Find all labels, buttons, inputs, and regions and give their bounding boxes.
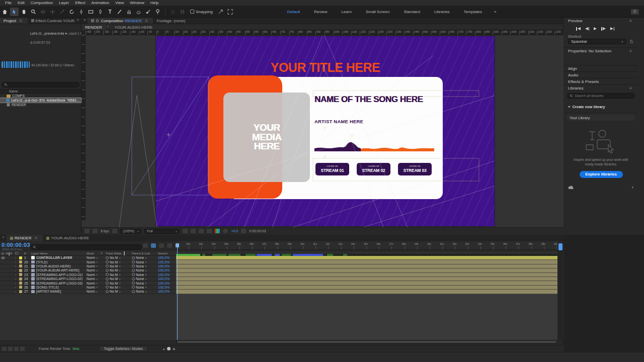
- panel-menu-icon[interactable]: ≡: [627, 49, 634, 53]
- layer-bars-area[interactable]: [176, 256, 557, 294]
- draft-3d-icon[interactable]: [151, 243, 156, 248]
- workspace-tab-review[interactable]: Review: [307, 10, 334, 14]
- work-area-end-handle[interactable]: [558, 243, 562, 250]
- layer-expander-icon[interactable]: ›: [15, 286, 19, 289]
- roto-brush-tool-icon[interactable]: [144, 8, 152, 16]
- layer-parent-dropdown[interactable]: None∨: [132, 260, 158, 263]
- column-t[interactable]: T: [101, 252, 106, 255]
- layer-stretch-value[interactable]: 100,0%: [158, 268, 175, 272]
- exposure-value[interactable]: +0.0: [231, 229, 238, 233]
- layer-name[interactable]: [SONG-TITLE]: [36, 286, 87, 289]
- flowchart-icon[interactable]: [85, 229, 90, 233]
- draft3d-icon[interactable]: [93, 229, 98, 233]
- project-item-composition[interactable]: RENDER: [0, 103, 81, 107]
- timeline-horizontal-scrollbar[interactable]: [176, 340, 557, 344]
- pen-tool-icon[interactable]: [96, 8, 105, 16]
- frame-blending-icon[interactable]: [159, 243, 164, 248]
- selection-tool-icon[interactable]: [10, 8, 19, 16]
- sync-cloud-icon[interactable]: [568, 186, 574, 190]
- layer-parent-dropdown[interactable]: None∨: [132, 277, 158, 281]
- next-frame-button[interactable]: [601, 27, 606, 31]
- scroll-thumb[interactable]: [177, 341, 556, 343]
- timeline-tab-render[interactable]: RENDER ≡: [7, 235, 43, 241]
- layer-name[interactable]: CONTROLLER LAYER: [36, 256, 87, 259]
- layer-stretch-value[interactable]: 100,0%: [158, 290, 175, 293]
- layer-mode-dropdown[interactable]: Norm∨: [87, 264, 101, 268]
- zoom-tool-icon[interactable]: [29, 8, 38, 16]
- layer-eye-icon[interactable]: [1, 256, 5, 259]
- tab-footage[interactable]: Footage: (none): [153, 18, 189, 24]
- expand-layers-icon[interactable]: [2, 347, 7, 351]
- layer-track-matte-dropdown[interactable]: No M∨: [106, 256, 124, 259]
- composition-viewer[interactable]: -400-350-300-250-200-150-100-50050100150…: [82, 30, 564, 227]
- layer-label-swatch[interactable]: [19, 282, 22, 285]
- layer-label-swatch[interactable]: [19, 278, 22, 281]
- library-selector[interactable]: Your Library: [567, 115, 635, 121]
- layer-mode-dropdown[interactable]: Norm∨: [87, 273, 101, 277]
- zoom-in-icon[interactable]: ▲: [172, 346, 176, 351]
- layer-name[interactable]: [TITLE]: [36, 260, 87, 263]
- layer-expander-icon[interactable]: ›: [15, 273, 19, 277]
- hand-tool-icon[interactable]: [20, 8, 28, 16]
- resolution-dropdown[interactable]: Full∨: [144, 229, 180, 234]
- layer-label-swatch[interactable]: [19, 260, 22, 263]
- properties-panel-header[interactable]: Properties: No Selection≡: [564, 47, 638, 54]
- layer-parent-dropdown[interactable]: None∨: [132, 290, 158, 293]
- layer-duration-bar[interactable]: [176, 264, 557, 268]
- layer-track-matte-dropdown[interactable]: No M∨: [106, 290, 124, 293]
- column-stretch[interactable]: Stretch: [158, 252, 175, 255]
- brush-tool-icon[interactable]: [115, 8, 124, 16]
- layer-parent-dropdown[interactable]: None∨: [132, 286, 158, 289]
- panel-header-align[interactable]: Align: [564, 65, 638, 71]
- panel-menu-icon[interactable]: ≡: [18, 19, 24, 23]
- first-frame-button[interactable]: [576, 27, 581, 31]
- menu-window[interactable]: Window: [127, 1, 147, 5]
- layer-duration-bar[interactable]: [176, 273, 557, 277]
- layer-parent-dropdown[interactable]: None∨: [132, 281, 158, 285]
- layer-name[interactable]: [YOUR-ALBUM-ART-HERE]: [36, 268, 87, 272]
- layer-name[interactable]: [YOUR-AUDIO-HERE]: [36, 264, 87, 268]
- layer-duration-bar[interactable]: [176, 260, 557, 264]
- menu-help[interactable]: Help: [147, 1, 162, 5]
- snapping-checkbox[interactable]: [190, 10, 194, 14]
- channels-icon[interactable]: [215, 229, 220, 233]
- layer-expander-icon[interactable]: ›: [15, 281, 19, 285]
- close-icon[interactable]: ×: [0, 235, 7, 241]
- menu-animation[interactable]: Animation: [88, 1, 112, 5]
- previous-frame-button[interactable]: [585, 27, 590, 31]
- frame-blend-icon[interactable]: [14, 347, 19, 351]
- layer-stretch-value[interactable]: 100,0%: [158, 256, 175, 259]
- layer-mode-dropdown[interactable]: Norm∨: [87, 286, 101, 289]
- libraries-search-input[interactable]: Search all libraries: [567, 93, 635, 99]
- layer-parent-dropdown[interactable]: None∨: [132, 256, 158, 259]
- shortcut-dropdown[interactable]: Spacebar∨: [568, 39, 626, 44]
- layer-duration-bar[interactable]: [176, 286, 557, 290]
- explore-libraries-button[interactable]: Explore libraries: [580, 171, 623, 178]
- menu-edit[interactable]: Edit: [15, 1, 28, 5]
- layer-mode-dropdown[interactable]: Norm∨: [87, 277, 101, 281]
- workspace-tab-default[interactable]: Default: [280, 10, 307, 14]
- composition-mini-flowchart-icon[interactable]: [143, 243, 148, 248]
- settings-gear-icon[interactable]: [223, 229, 228, 233]
- panel-header-effects-presets[interactable]: Effects & Presets: [564, 78, 638, 84]
- composition-canvas[interactable]: YOUR TITLE HERE YOURMEDIAHERE NAME OF TH…: [156, 36, 495, 226]
- footage-filename[interactable]: Let's-G...preview.m4a ▾, used 1 time: [30, 32, 87, 36]
- menu-layer[interactable]: Layer: [56, 1, 72, 5]
- layer-stretch-value[interactable]: 100,0%: [158, 281, 175, 285]
- timeline-zoom-slider[interactable]: [167, 347, 171, 350]
- layer-stretch-value[interactable]: 100,0%: [158, 260, 175, 263]
- snap-expand-icon[interactable]: [216, 8, 225, 16]
- layer-duration-bar[interactable]: [176, 281, 557, 285]
- playhead-line[interactable]: [177, 243, 178, 340]
- play-button[interactable]: [594, 27, 597, 30]
- motion-blur-icon[interactable]: [167, 243, 172, 248]
- layer-label-swatch[interactable]: [19, 256, 22, 259]
- layer-duration-bar[interactable]: [176, 290, 557, 294]
- layer-expander-icon[interactable]: ›: [15, 277, 19, 281]
- transparency-grid-icon[interactable]: [191, 229, 196, 233]
- snapping-toggle[interactable]: Snapping: [190, 10, 213, 14]
- column-track-matte[interactable]: Track Matte: [106, 252, 124, 255]
- column-mode[interactable]: Mode: [87, 252, 101, 255]
- eraser-tool-icon[interactable]: [134, 8, 143, 16]
- orbit-camera-tool-icon[interactable]: [39, 8, 47, 16]
